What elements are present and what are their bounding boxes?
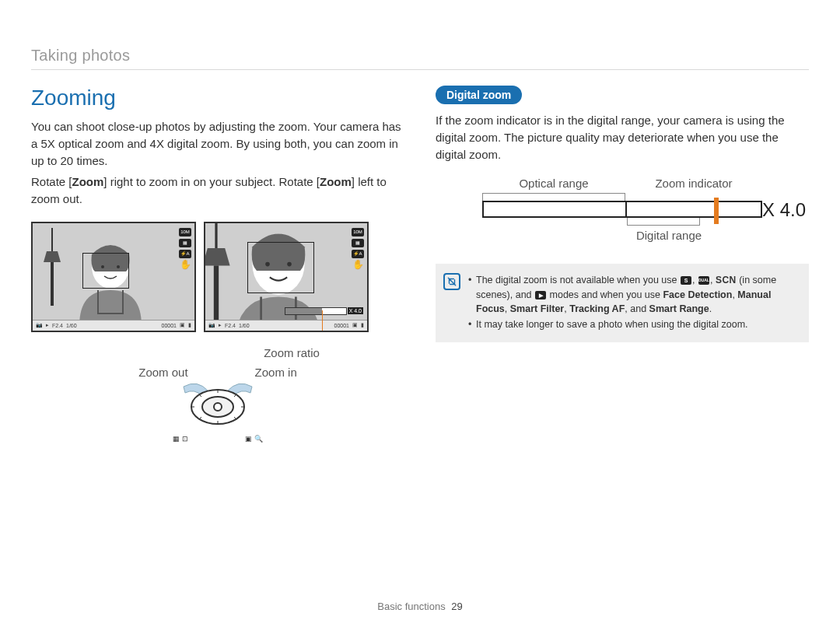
stabilizer-icon: ✋ — [179, 261, 191, 269]
optical-segment — [484, 202, 627, 216]
zoom-range-diagram: Optical range Zoom indicator X 4.0 Digit… — [482, 177, 762, 242]
frame-count: 00001 — [334, 323, 349, 328]
shutter-value: 1/60 — [66, 323, 77, 328]
range-bar: X 4.0 — [482, 201, 762, 218]
zoom-dial-illustration: ▦ ⊡ ▣ 🔍 — [171, 384, 264, 443]
wide-icon: ▦ ⊡ — [173, 435, 188, 443]
resolution-icon: 10M — [179, 228, 191, 236]
stabilizer-icon: ✋ — [352, 261, 364, 269]
digital-range-label: Digital range — [576, 229, 762, 242]
flash-icon: ⚡A — [352, 250, 364, 258]
info-bar: 📷 ▸ F2.4 1/60 00001 ▣ ▮ — [205, 320, 367, 331]
focus-box — [82, 253, 129, 289]
zoom-illustration-labels: Zoom ratio Zoom out Zoom in — [31, 346, 404, 443]
note-list: The digital zoom is not available when y… — [468, 273, 798, 333]
shutter-value: 1/60 — [239, 323, 250, 328]
note-icon — [443, 273, 460, 290]
aperture-value: F2.4 — [52, 323, 63, 328]
note-item-1: The digital zoom is not available when y… — [468, 273, 798, 316]
aperture-value: F2.4 — [225, 323, 236, 328]
bracket-digital — [627, 218, 700, 226]
quality-icon: ▦ — [179, 239, 191, 247]
camera-screen-zoomed: 10M ▦ ⚡A ✋ X 4.0 📷 ▸ F2.4 1/60 00001 ▣ — [204, 222, 369, 332]
text: The digital zoom is not available when y… — [476, 275, 680, 285]
status-icons: 10M ▦ ⚡A ✋ — [352, 228, 364, 269]
tele-icon: ▣ 🔍 — [245, 435, 263, 443]
mode-scn-label: SCN — [716, 274, 737, 287]
focus-box — [247, 242, 314, 293]
optical-range-label: Optical range — [482, 177, 625, 190]
resolution-icon: 10M — [352, 228, 364, 236]
sd-icon: ▣ — [180, 322, 185, 328]
page-number: 29 — [451, 601, 462, 612]
bracket-optical — [482, 193, 625, 201]
text: , and — [625, 303, 649, 314]
feature: Smart Range — [649, 303, 709, 314]
footer-section: Basic functions — [377, 601, 445, 612]
digital-zoom-paragraph: If the zoom indicator is in the digital … — [436, 112, 809, 163]
feature: Smart Filter — [510, 303, 564, 314]
svg-rect-0 — [51, 262, 54, 306]
note-item-2: It may take longer to save a photo when … — [468, 317, 798, 331]
zoom-keyword: Zoom — [320, 175, 352, 188]
text: , — [710, 275, 716, 285]
lamp-illustration — [40, 228, 64, 309]
sd-icon: ▣ — [352, 322, 358, 328]
text: . — [709, 303, 712, 314]
zoom-bar-fill — [285, 308, 322, 314]
zoom-bar-label: X 4.0 — [348, 307, 363, 314]
flash-icon: ⚡A — [179, 250, 191, 258]
battery-icon: ▮ — [188, 322, 191, 328]
zoom-value: X 4.0 — [762, 199, 806, 221]
mode-smart-icon: S — [681, 276, 691, 285]
text: Rotate [ — [31, 175, 72, 188]
mode-dual-icon: DUAL — [698, 276, 709, 285]
zoom-keyword: Zoom — [72, 175, 104, 188]
callout-line — [322, 310, 323, 332]
quality-icon: ▦ — [352, 239, 364, 247]
text: , — [505, 303, 510, 314]
intro-paragraph: You can shoot close-up photos by adjusti… — [31, 118, 404, 169]
text: ] right to zoom in on your subject. Rota… — [103, 175, 320, 188]
status-icons: 10M ▦ ⚡A ✋ — [179, 228, 191, 269]
camera-screen-wide: 10M ▦ ⚡A ✋ 📷 ▸ F2.4 1/60 00001 ▣ ▮ — [31, 222, 196, 332]
zoom-in-label: Zoom in — [255, 366, 297, 379]
zoom-indicator-label: Zoom indicator — [625, 177, 762, 190]
feature: Tracking AF — [569, 303, 625, 314]
right-column: Digital zoom If the zoom indicator is in… — [436, 86, 809, 443]
zoom-ratio-label: Zoom ratio — [179, 346, 404, 359]
camera-screens: 10M ▦ ⚡A ✋ 📷 ▸ F2.4 1/60 00001 ▣ ▮ — [31, 222, 404, 332]
camera-icon: 📷 — [208, 322, 215, 328]
zoom-out-label: Zoom out — [138, 366, 187, 379]
info-bar: 📷 ▸ F2.4 1/60 00001 ▣ ▮ — [33, 320, 194, 331]
zoom-bar: X 4.0 — [285, 307, 347, 315]
page-footer: Basic functions 29 — [0, 601, 840, 612]
svg-point-10 — [214, 403, 222, 411]
instruction-paragraph: Rotate [Zoom] right to zoom in on your s… — [31, 173, 404, 208]
battery-icon: ▮ — [361, 322, 364, 328]
frame-count: 00001 — [162, 323, 177, 328]
note-box: The digital zoom is not available when y… — [436, 264, 809, 342]
digital-zoom-pill: Digital zoom — [436, 86, 522, 104]
breadcrumb: Taking photos — [31, 47, 809, 70]
left-column: Zooming You can shoot close-up photos by… — [31, 86, 404, 443]
mode-movie-icon: ▶ — [535, 291, 546, 299]
digital-segment — [627, 202, 761, 216]
camera-icon: 📷 — [36, 322, 43, 328]
text: modes and when you use — [547, 289, 663, 300]
feature: Face Detection — [663, 289, 732, 300]
text: , — [692, 275, 698, 285]
section-title: Zooming — [31, 86, 404, 110]
